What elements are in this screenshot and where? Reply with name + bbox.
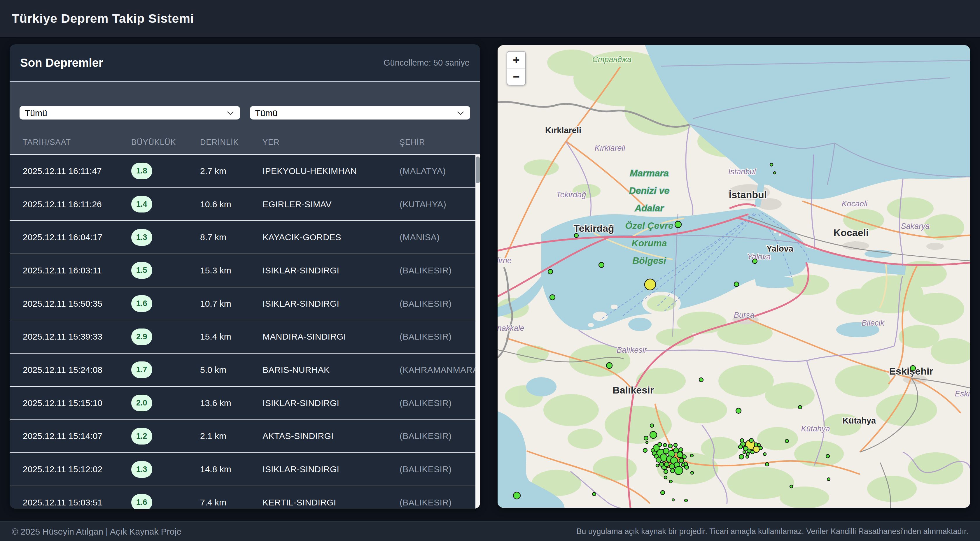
map[interactable]: СтранджаKırklareliKırklarelidirneTekirda… [498, 45, 970, 508]
magnitude-badge: 1.7 [131, 362, 152, 378]
lake-sapanca [864, 250, 892, 258]
zoom-in-button[interactable]: + [507, 52, 525, 68]
earthquake-marker[interactable] [773, 172, 776, 174]
magnitude-filter-select[interactable]: Tümü [19, 106, 240, 119]
earthquake-panel: Son Depremler Güncelleme: 50 saniye Tümü… [10, 44, 480, 509]
earthquake-marker[interactable] [681, 463, 685, 466]
earthquake-marker[interactable] [690, 471, 694, 474]
earthquake-marker[interactable] [675, 466, 683, 474]
earthquake-marker[interactable] [672, 499, 675, 501]
earthquake-marker[interactable] [606, 363, 612, 368]
earthquake-marker[interactable] [661, 490, 665, 495]
table-row[interactable]: 2025.12.11 15:24:081.75.0 kmBARIS-NURHAK… [10, 354, 480, 387]
cell-place: EGIRLER-SIMAV [262, 199, 399, 209]
earthquake-marker[interactable] [827, 478, 830, 481]
cell-depth: 15.3 km [200, 265, 262, 276]
earthquake-marker[interactable] [646, 441, 648, 444]
earthquake-marker[interactable] [664, 462, 669, 466]
earthquake-marker[interactable] [659, 462, 663, 466]
earthquake-marker[interactable] [679, 448, 683, 452]
earthquake-marker[interactable] [684, 499, 687, 502]
zoom-out-button[interactable]: − [507, 68, 525, 85]
earthquake-marker[interactable] [650, 432, 657, 438]
cell-magnitude: 1.6 [131, 494, 200, 509]
earthquake-marker[interactable] [690, 454, 693, 457]
table-row[interactable]: 2025.12.11 15:03:511.67.4 kmKERTIL-SINDI… [10, 486, 480, 509]
earthquake-marker[interactable] [826, 454, 829, 458]
kapidag-forest [647, 295, 676, 312]
earthquake-marker[interactable] [513, 492, 520, 499]
earthquake-marker[interactable] [743, 451, 746, 454]
earthquake-marker[interactable] [670, 464, 675, 469]
table-row[interactable]: 2025.12.11 15:14:071.22.1 kmAKTAS-SINDIR… [10, 420, 480, 453]
earthquake-marker[interactable] [656, 464, 659, 467]
magnitude-badge: 2.0 [131, 395, 152, 411]
earthquake-marker[interactable] [682, 455, 686, 459]
earthquake-marker[interactable] [736, 408, 741, 413]
earthquake-marker[interactable] [664, 470, 668, 474]
earthquake-marker[interactable] [679, 458, 684, 463]
earthquake-marker[interactable] [664, 476, 667, 479]
earthquake-marker[interactable] [749, 438, 753, 443]
earthquake-marker[interactable] [675, 221, 681, 228]
earthquake-marker[interactable] [739, 454, 744, 459]
earthquake-marker[interactable] [668, 444, 672, 448]
earthquake-marker[interactable] [550, 295, 555, 300]
cell-magnitude: 1.6 [131, 295, 200, 312]
scrollbar-thumb[interactable] [476, 157, 480, 183]
table-row[interactable]: 2025.12.11 15:12:021.314.8 kmISIKLAR-SIN… [10, 453, 480, 486]
city-filter-select[interactable]: Tümü [250, 106, 471, 119]
table-row[interactable]: 2025.12.11 16:04:171.38.7 kmKAYACIK-GORD… [10, 221, 480, 254]
earthquake-marker[interactable] [684, 465, 689, 469]
earthquake-marker[interactable] [734, 282, 739, 287]
earthquake-marker[interactable] [740, 439, 744, 442]
cell-datetime: 2025.12.11 16:11:47 [23, 166, 131, 176]
earthquake-marker[interactable] [746, 452, 749, 455]
map-label: Balıkesir [617, 346, 647, 354]
cell-datetime: 2025.12.11 15:12:02 [23, 464, 131, 474]
table-row[interactable]: 2025.12.11 16:03:111.515.3 kmISIKLAR-SIN… [10, 254, 480, 287]
earthquake-marker[interactable] [759, 446, 762, 450]
earthquake-marker[interactable] [785, 439, 789, 443]
earthquake-marker[interactable] [650, 424, 654, 427]
earthquake-marker[interactable] [658, 443, 662, 447]
earthquake-marker[interactable] [671, 469, 675, 473]
table-scrollbar[interactable] [476, 155, 480, 509]
earthquake-marker[interactable] [770, 163, 773, 166]
earthquake-marker[interactable] [548, 269, 553, 274]
magnitude-badge: 1.2 [131, 428, 152, 444]
earthquake-marker[interactable] [574, 233, 578, 238]
map-label: Kocaeli [834, 227, 869, 238]
table-row[interactable]: 2025.12.11 16:11:261.410.6 kmEGIRLER-SIM… [10, 188, 480, 221]
earthquake-marker[interactable] [699, 378, 703, 382]
cell-depth: 14.8 km [200, 464, 262, 474]
earthquake-marker[interactable] [644, 279, 655, 290]
earthquake-marker[interactable] [738, 445, 743, 449]
earthquake-marker[interactable] [643, 448, 647, 452]
earthquake-marker[interactable] [599, 262, 604, 268]
table-row[interactable]: 2025.12.11 15:15:102.013.6 kmISIKLAR-SIN… [10, 387, 480, 420]
cell-magnitude: 1.4 [131, 196, 200, 213]
earthquake-marker[interactable] [644, 436, 648, 440]
earthquake-marker[interactable] [763, 453, 766, 455]
earthquake-marker[interactable] [751, 451, 754, 454]
magnitude-badge: 1.6 [131, 295, 152, 312]
map-label: Kırklareli [594, 144, 625, 152]
earthquake-marker[interactable] [670, 480, 672, 483]
earthquake-marker[interactable] [674, 443, 677, 447]
table-row[interactable]: 2025.12.11 15:50:351.610.7 kmISIKLAR-SIN… [10, 287, 480, 320]
earthquake-marker[interactable] [746, 455, 749, 458]
earthquake-marker[interactable] [663, 443, 667, 447]
earthquake-marker[interactable] [654, 454, 658, 458]
table-row[interactable]: 2025.12.11 16:11:471.82.7 kmIPEKYOLU-HEK… [10, 155, 480, 188]
earthquake-marker[interactable] [651, 449, 654, 452]
earthquake-marker[interactable] [790, 485, 793, 488]
earthquake-marker[interactable] [752, 259, 757, 263]
table-row[interactable]: 2025.12.11 15:39:332.915.4 kmMANDIRA-SIN… [10, 320, 480, 354]
earthquake-marker[interactable] [592, 492, 596, 496]
cell-depth: 2.7 km [200, 166, 262, 176]
earthquake-marker[interactable] [765, 463, 769, 466]
earthquake-marker[interactable] [798, 405, 802, 409]
cell-datetime: 2025.12.11 16:03:11 [23, 265, 131, 276]
earthquake-marker[interactable] [910, 365, 916, 371]
